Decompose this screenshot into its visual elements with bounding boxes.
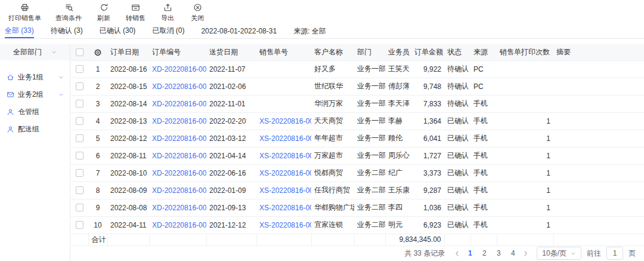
refresh-icon — [100, 3, 109, 12]
col-header-source: 来源 — [470, 44, 497, 60]
cell-sales-no: XS-20220816-000012 — [256, 164, 311, 182]
sales-no-link[interactable]: XS-20220816-000012 — [259, 169, 311, 177]
cell-summary — [553, 95, 644, 112]
cell-delivery-date: 2022-11-01 — [206, 95, 256, 112]
tab-bar: 全部 (33)待确认 (3)已确认 (30)已取消 (0) 2022-08-01… — [0, 24, 644, 39]
cell-dept: 业务二部 — [354, 216, 385, 234]
row-checkbox[interactable] — [76, 204, 83, 211]
prev-page-button[interactable] — [454, 250, 460, 257]
cell-print-count: 1 — [497, 216, 553, 234]
row-checkbox[interactable] — [76, 134, 83, 142]
total-empty-cell — [107, 234, 149, 245]
page-button-3[interactable]: 3 — [494, 249, 503, 257]
sidebar-group-2[interactable]: 仓管组 — [0, 103, 70, 121]
sales-no-link[interactable]: XS-20220816-000010 — [259, 204, 311, 212]
order-no-link[interactable]: XD-20220816-000014 — [152, 134, 206, 143]
cell-dept: 业务二部 — [354, 182, 385, 199]
cell-dept: 业务一部 — [354, 78, 385, 95]
tab-2[interactable]: 已确认 (30) — [100, 24, 136, 38]
goto-page-input[interactable] — [606, 247, 623, 260]
cell-salesperson: 顾伦 — [385, 130, 411, 147]
cell-salesperson: 王笑天 — [385, 60, 411, 78]
order-row: 22022-08-15XD-20220816-0000172021-02-06世… — [70, 78, 644, 95]
order-no-link[interactable]: XD-20220816-000012 — [152, 169, 206, 177]
row-checkbox[interactable] — [76, 117, 83, 125]
row-checkbox-cell — [70, 60, 88, 78]
row-checkbox[interactable] — [76, 152, 83, 159]
tab-3[interactable]: 已取消 (0) — [152, 24, 184, 38]
header-checkbox-cell — [70, 44, 88, 60]
order-no-link[interactable]: XD-20220816-000018 — [152, 65, 206, 73]
tab-0[interactable]: 全部 (33) — [5, 24, 34, 38]
sales-no-link[interactable]: XS-20220816-000009 — [259, 221, 311, 229]
order-no-link[interactable]: XD-20220816-000015 — [152, 117, 206, 125]
select-all-checkbox[interactable] — [76, 48, 83, 56]
cell-amount: 6,041 — [411, 130, 444, 147]
sidebar-group-3[interactable]: 配送组 — [0, 121, 70, 138]
row-checkbox[interactable] — [76, 82, 83, 90]
toolbar-export-button[interactable]: 导出 — [157, 3, 178, 23]
department-select[interactable]: 全部部门 — [0, 44, 70, 60]
row-checkbox-cell — [70, 112, 88, 130]
order-no-link[interactable]: XD-20220816-000016 — [152, 100, 206, 108]
cell-amount: 1,727 — [411, 147, 444, 164]
row-checkbox[interactable] — [76, 169, 83, 177]
gear-icon[interactable] — [94, 48, 102, 57]
toolbar-printer-button[interactable]: 打印销售单 — [6, 3, 44, 23]
tab-1[interactable]: 待确认 (3) — [51, 24, 83, 38]
cell-dept: 业务二部 — [354, 164, 385, 182]
cell-amount: 3,373 — [411, 164, 444, 182]
order-no-link[interactable]: XD-20220816-000011 — [152, 186, 206, 195]
row-checkbox[interactable] — [76, 65, 83, 73]
page-button-4[interactable]: 4 — [509, 249, 517, 257]
toolbar-transfer-button[interactable]: 转销售 — [123, 3, 148, 23]
sales-no-link[interactable]: XS-20220816-000015 — [259, 117, 311, 125]
date-range-filter[interactable]: 2022-08-01-2022-08-31 — [201, 24, 277, 38]
sidebar-group-1[interactable]: 业务2组 — [0, 86, 70, 103]
cell-delivery-date: 2021-02-06 — [206, 78, 256, 95]
page-button-1[interactable]: 1 — [466, 249, 474, 257]
next-page-button[interactable] — [522, 250, 529, 257]
sales-no-link[interactable]: XS-20220816-000013 — [259, 152, 311, 160]
col-header-amount: 订单金额 — [411, 44, 444, 60]
page-button-2[interactable]: 2 — [480, 249, 488, 257]
toolbar-button-label: 查询条件 — [55, 14, 82, 23]
col-header-customer: 客户名称 — [311, 44, 354, 60]
toolbar-close-button[interactable]: 关闭 — [187, 3, 208, 23]
cell-sales-no: XS-20220816-000015 — [256, 112, 311, 130]
sidebar-group-label: 配送组 — [18, 124, 39, 134]
cell-order-date: 2022-08-09 — [107, 182, 149, 199]
cell-customer: 宜家连锁 — [311, 216, 354, 234]
order-no-link[interactable]: XD-20220816-000013 — [152, 152, 206, 160]
cell-source: 手机 — [470, 130, 497, 147]
cell-customer: 华润万家 — [311, 95, 354, 112]
sales-no-link[interactable]: XS-20220816-000011 — [259, 186, 311, 195]
row-checkbox-cell — [70, 182, 88, 199]
row-checkbox[interactable] — [76, 100, 83, 108]
header-settings-cell — [88, 44, 107, 60]
order-no-link[interactable]: XD-20220816-000009 — [152, 221, 206, 229]
sidebar-group-0[interactable]: 业务1组 — [0, 69, 70, 86]
page-size-select[interactable]: 10条/页 — [537, 247, 581, 260]
order-no-link[interactable]: XD-20220816-000017 — [152, 82, 206, 91]
toolbar-search-doc-button[interactable]: 查询条件 — [53, 3, 84, 23]
row-number: 4 — [88, 112, 107, 130]
cell-summary — [553, 78, 644, 95]
toolbar-button-label: 关闭 — [191, 14, 204, 23]
row-checkbox[interactable] — [76, 221, 83, 229]
order-no-link[interactable]: XD-20220816-000010 — [152, 204, 206, 212]
source-filter[interactable]: 来源: 全部 — [293, 24, 326, 38]
toolbar-button-label: 转销售 — [126, 14, 145, 23]
transfer-icon — [131, 3, 140, 12]
row-checkbox[interactable] — [76, 186, 83, 194]
cell-order-no: XD-20220816-000012 — [149, 164, 206, 182]
cell-print-count: 1 — [497, 112, 553, 130]
row-number: 1 — [88, 60, 107, 78]
sales-no-link[interactable]: XS-20220816-000014 — [259, 134, 311, 143]
sidebar-group-label: 仓管组 — [18, 107, 39, 117]
home-icon — [7, 73, 14, 81]
toolbar-refresh-button[interactable]: 刷新 — [94, 3, 114, 23]
cell-summary — [553, 216, 644, 234]
cell-salesperson: 李天泽 — [385, 95, 411, 112]
goto-label: 前往 — [587, 248, 601, 259]
